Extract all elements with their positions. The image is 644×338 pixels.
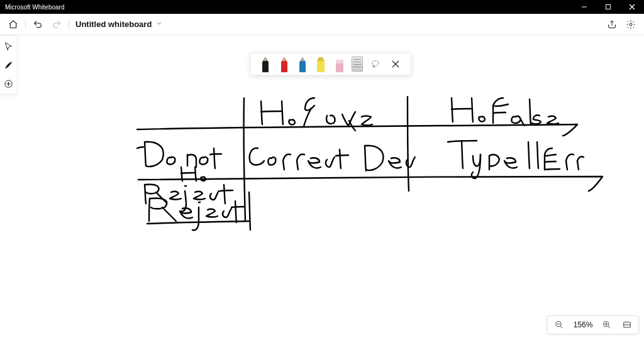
redo-button[interactable] bbox=[47, 15, 66, 34]
chevron-down-icon bbox=[155, 19, 163, 29]
svg-marker-15 bbox=[317, 57, 325, 61]
settings-button[interactable] bbox=[621, 15, 640, 34]
highlighter-yellow[interactable] bbox=[314, 56, 327, 72]
zoom-control: 156% bbox=[547, 315, 639, 334]
window-titlebar: Microsoft Whiteboard bbox=[0, 0, 644, 14]
svg-marker-9 bbox=[264, 57, 267, 61]
svg-marker-11 bbox=[282, 57, 286, 61]
svg-rect-1 bbox=[606, 5, 611, 9]
whiteboard-canvas[interactable] bbox=[0, 35, 644, 338]
minimize-button[interactable] bbox=[572, 0, 596, 14]
pen-red[interactable] bbox=[278, 56, 291, 72]
header-bar: Untitled whiteboard bbox=[0, 14, 644, 35]
svg-line-22 bbox=[560, 326, 563, 329]
board-title-dropdown[interactable]: Untitled whiteboard bbox=[72, 19, 167, 29]
eraser[interactable] bbox=[333, 56, 346, 72]
svg-point-18 bbox=[372, 61, 379, 66]
ruler-tool[interactable] bbox=[352, 57, 363, 72]
svg-rect-14 bbox=[317, 61, 325, 72]
app-title: Microsoft Whiteboard bbox=[5, 4, 64, 11]
svg-point-4 bbox=[630, 23, 632, 26]
ink-layer bbox=[0, 35, 644, 338]
pen-black[interactable] bbox=[259, 56, 272, 72]
pen-blue[interactable] bbox=[296, 56, 309, 72]
separator bbox=[69, 19, 69, 30]
home-button[interactable] bbox=[4, 15, 23, 34]
svg-line-25 bbox=[608, 326, 611, 329]
svg-rect-17 bbox=[336, 60, 343, 63]
separator bbox=[25, 19, 26, 30]
pen-toolbar[interactable] bbox=[250, 53, 411, 75]
undo-button[interactable] bbox=[28, 15, 47, 34]
board-title-text: Untitled whiteboard bbox=[75, 19, 152, 29]
fit-screen-button[interactable] bbox=[619, 317, 635, 332]
svg-marker-13 bbox=[301, 57, 304, 61]
share-button[interactable] bbox=[602, 15, 621, 34]
svg-rect-16 bbox=[336, 62, 343, 72]
zoom-in-button[interactable] bbox=[599, 317, 614, 332]
close-window-button[interactable] bbox=[620, 0, 644, 14]
zoom-level-label: 156% bbox=[572, 320, 594, 329]
zoom-out-button[interactable] bbox=[552, 317, 567, 332]
lasso-select[interactable] bbox=[369, 57, 382, 71]
maximize-button[interactable] bbox=[596, 0, 620, 14]
close-toolbar-button[interactable] bbox=[389, 57, 402, 71]
